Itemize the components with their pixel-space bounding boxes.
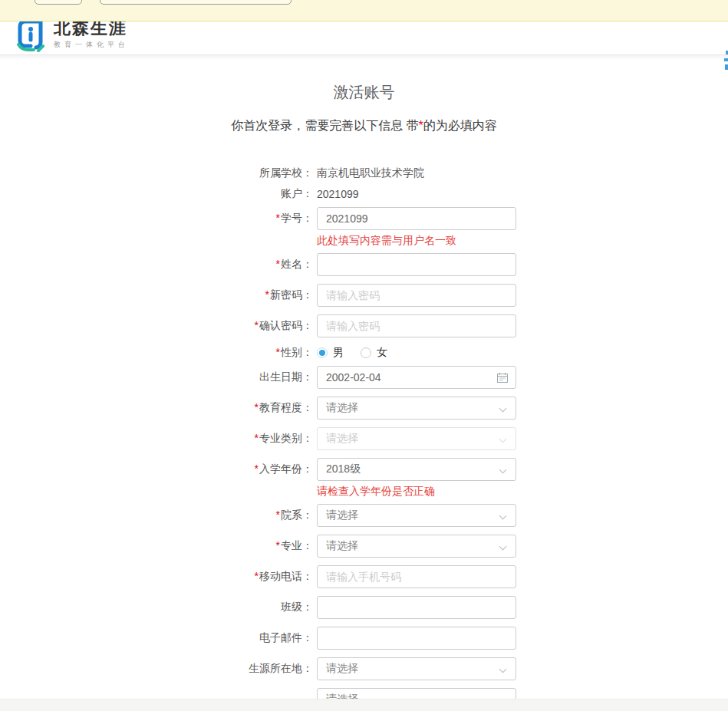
class-input[interactable] [317, 596, 516, 619]
confirm-password-input[interactable] [317, 314, 516, 337]
gender-radio-group: 男 女 [317, 346, 404, 360]
field-confirm-password: *确认密码： [183, 314, 524, 337]
field-enrollment-year: *入学年份： 2018级 [183, 458, 524, 481]
page-title: 激活账号 [0, 82, 728, 103]
page-subtitle: 你首次登录，需要完善以下信息 带*的为必填内容 [0, 118, 728, 134]
activation-form: 所属学校： 南京机电职业技术学院 账户： 2021099 *学号： 此处填写内容… [183, 166, 524, 711]
account-value: 2021099 [317, 188, 359, 200]
email-input[interactable] [317, 627, 516, 650]
field-education-level: *教育程度： 请选择 [183, 397, 524, 420]
logo-subtitle: 教育一体化平台 [54, 40, 129, 50]
field-new-password: *新密码： [183, 284, 524, 307]
calendar-icon [497, 373, 508, 383]
chevron-down-icon [499, 405, 507, 413]
logo-title: 北森生涯 [54, 19, 129, 38]
page: 北森生涯 教育一体化平台 激活账号 你首次登录，需要完善以下信息 带*的为必填内… [0, 0, 728, 711]
field-mobile: *移动电话： [183, 565, 524, 588]
beisen-logo-icon [15, 17, 48, 52]
student-id-input[interactable] [317, 207, 516, 230]
enrollment-year-select[interactable]: 2018级 [317, 458, 516, 481]
clipped-blue-link-icon[interactable] [723, 49, 728, 71]
logo[interactable]: 北森生涯 教育一体化平台 [15, 17, 129, 52]
field-department: *院系： 请选择 [183, 504, 524, 527]
browser-top-strip [0, 0, 728, 21]
chevron-down-icon [499, 666, 507, 673]
radio-circle-icon [317, 347, 328, 358]
gender-female-radio[interactable]: 女 [361, 346, 387, 360]
field-account: 账户： 2021099 [183, 186, 524, 201]
mobile-input[interactable] [317, 565, 516, 588]
field-gender: *性别： 男 女 [183, 345, 524, 360]
chevron-down-icon [499, 436, 507, 443]
field-major: *专业： 请选择 [183, 535, 524, 558]
department-select[interactable]: 请选择 [317, 504, 516, 527]
field-email: 电子邮件： [183, 627, 524, 650]
gender-male-radio[interactable]: 男 [317, 346, 344, 360]
student-id-error: 此处填写内容需与用户名一致 [317, 233, 524, 247]
field-class: 班级： [183, 596, 524, 619]
radio-circle-icon [361, 347, 371, 358]
field-student-id: *学号： [183, 207, 524, 230]
field-name: *姓名： [183, 253, 524, 276]
field-school: 所属学校： 南京机电职业技术学院 [183, 166, 524, 180]
bottom-gray-strip [0, 699, 728, 711]
enrollment-year-error: 请检查入学年份是否正确 [317, 484, 524, 498]
site-header: 北森生涯 教育一体化平台 [0, 21, 728, 55]
major-select[interactable]: 请选择 [317, 535, 516, 558]
birthdate-picker[interactable]: 2002-02-04 [317, 366, 516, 389]
chevron-down-icon [499, 543, 507, 551]
browser-button[interactable] [35, 0, 82, 5]
education-level-select[interactable]: 请选择 [317, 397, 516, 420]
new-password-input[interactable] [317, 284, 516, 307]
browser-field[interactable] [100, 0, 292, 5]
field-origin-location: 生源所在地： 请选择 [183, 657, 524, 680]
name-input[interactable] [317, 253, 516, 276]
header-shadow [0, 55, 728, 60]
field-major-category: *专业类别： 请选择 [183, 427, 524, 450]
chevron-down-icon [499, 466, 507, 474]
school-value: 南京机电职业技术学院 [317, 166, 424, 180]
field-birthdate: 出生日期： 2002-02-04 [183, 366, 524, 389]
chevron-down-icon [499, 512, 507, 520]
major-category-select: 请选择 [317, 427, 516, 450]
origin-location-select[interactable]: 请选择 [317, 657, 516, 680]
